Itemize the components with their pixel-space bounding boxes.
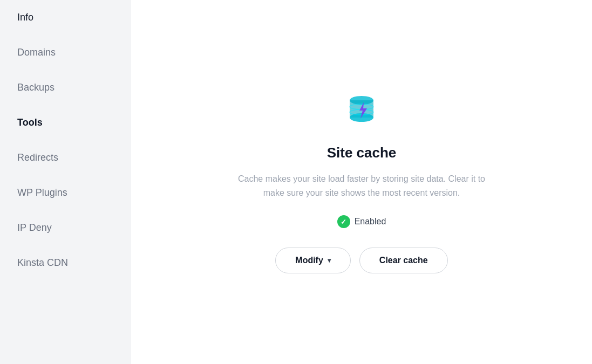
sidebar-item-backups[interactable]: Backups — [0, 70, 131, 105]
sidebar: Info Domains Backups Tools Redirects WP … — [0, 0, 131, 364]
sidebar-item-ip-deny[interactable]: IP Deny — [0, 210, 131, 245]
status-label: Enabled — [355, 217, 386, 226]
site-cache-card: Site cache Cache makes your site load fa… — [210, 69, 513, 296]
modify-button[interactable]: Modify ▾ — [275, 248, 351, 273]
sidebar-item-kinsta-cdn[interactable]: Kinsta CDN — [0, 245, 131, 280]
page-title: Site cache — [327, 145, 397, 161]
action-buttons: Modify ▾ Clear cache — [275, 248, 447, 273]
status-badge: Enabled — [337, 215, 386, 228]
cache-description: Cache makes your site load faster by sto… — [232, 172, 491, 201]
sidebar-item-domains[interactable]: Domains — [0, 35, 131, 70]
main-content: Site cache Cache makes your site load fa… — [131, 0, 592, 364]
sidebar-item-wp-plugins[interactable]: WP Plugins — [0, 175, 131, 210]
sidebar-item-tools[interactable]: Tools — [0, 105, 131, 140]
sidebar-item-info[interactable]: Info — [0, 0, 131, 35]
sidebar-item-redirects[interactable]: Redirects — [0, 140, 131, 175]
enabled-status-dot — [337, 215, 350, 228]
chevron-down-icon: ▾ — [328, 257, 331, 264]
cache-database-icon — [342, 91, 381, 129]
clear-cache-button[interactable]: Clear cache — [359, 248, 448, 273]
